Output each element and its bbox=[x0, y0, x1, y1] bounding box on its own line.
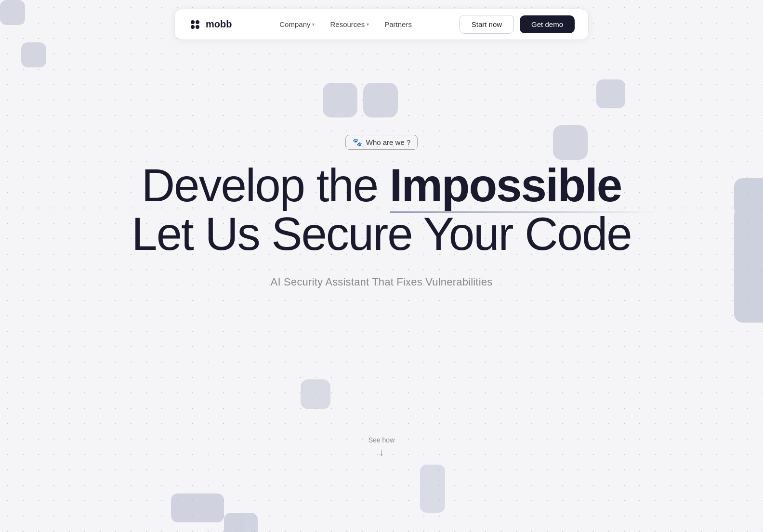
badge-icon: 🐾 bbox=[353, 138, 362, 147]
deco-square-bottom-right bbox=[420, 465, 445, 513]
start-now-button[interactable]: Start now bbox=[460, 15, 514, 34]
scroll-indicator[interactable]: See how ↓ bbox=[368, 436, 395, 457]
hero-section: 🐾 Who are we ? Develop the Impossible Le… bbox=[117, 135, 646, 288]
deco-square-topright bbox=[596, 79, 625, 108]
logo[interactable]: mobb bbox=[188, 18, 232, 31]
deco-square-left bbox=[21, 42, 46, 67]
hero-subtitle: AI Security Assistant That Fixes Vulnera… bbox=[117, 276, 646, 288]
nav-resources[interactable]: Resources ▾ bbox=[330, 20, 369, 28]
chevron-down-icon: ▾ bbox=[367, 22, 369, 27]
hero-title-part1: Develop the bbox=[142, 159, 390, 211]
nav-links: Company ▾ Resources ▾ Partners bbox=[279, 20, 412, 28]
deco-square-bottom-center bbox=[301, 379, 330, 409]
deco-square-topleft bbox=[0, 0, 25, 25]
logo-icon bbox=[188, 18, 202, 31]
hero-title: Develop the Impossible Let Us Secure You… bbox=[117, 161, 646, 259]
badge-text: Who are we ? bbox=[366, 138, 411, 146]
nav-partners[interactable]: Partners bbox=[384, 20, 412, 28]
hero-title-bold: Impossible bbox=[390, 161, 621, 210]
nav-company[interactable]: Company ▾ bbox=[279, 20, 315, 28]
who-are-we-badge[interactable]: 🐾 Who are we ? bbox=[345, 135, 418, 150]
deco-square-top-center-2 bbox=[363, 83, 398, 117]
logo-text: mobb bbox=[206, 19, 232, 30]
nav-actions: Start now Get demo bbox=[460, 15, 575, 34]
deco-square-top-center-1 bbox=[323, 83, 357, 117]
svg-point-2 bbox=[191, 25, 195, 29]
hero-title-line2: Let Us Secure Your Code bbox=[132, 208, 631, 260]
svg-point-1 bbox=[196, 20, 199, 24]
navbar: mobb Company ▾ Resources ▾ Partners Star… bbox=[174, 9, 589, 40]
svg-point-0 bbox=[191, 20, 195, 24]
chevron-down-icon: ▾ bbox=[312, 22, 315, 27]
scroll-arrow-icon: ↓ bbox=[379, 447, 384, 457]
see-how-label: See how bbox=[368, 436, 395, 444]
svg-point-3 bbox=[196, 25, 199, 29]
get-demo-button[interactable]: Get demo bbox=[520, 15, 575, 33]
